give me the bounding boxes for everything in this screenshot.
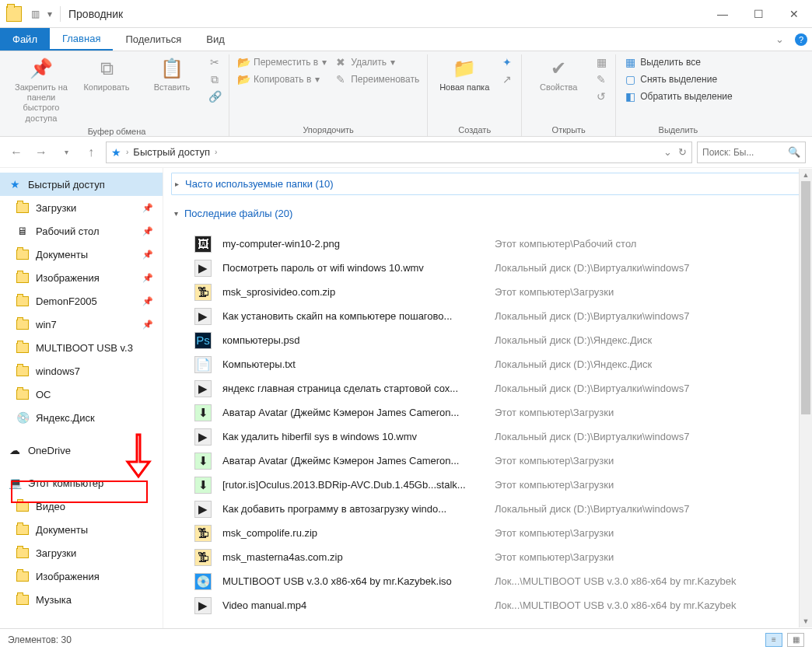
ribbon-collapse[interactable]: ⌄ (768, 28, 790, 51)
file-row[interactable]: ⬇[rutor.is]Oculus.2013.BDRip-AVC.Dub.1.4… (171, 473, 804, 497)
history-icon: ↺ (595, 90, 607, 103)
file-type-icon: 🗜 (194, 549, 212, 566)
file-row[interactable]: Psкомпьютеры.psdЛокальный диск (D:)\Янде… (171, 328, 804, 352)
file-row[interactable]: 📄Компьютеры.txtЛокальный диск (D:)\Яндек… (171, 352, 804, 376)
group-frequent-folders[interactable]: ▸ Часто используемые папки (10) (171, 173, 804, 195)
tab-share[interactable]: Поделиться (113, 28, 194, 51)
sidebar-item-ос[interactable]: ОС (0, 383, 163, 406)
view-details-button[interactable]: ≡ (765, 633, 782, 647)
edit-icon: ✎ (595, 73, 607, 86)
file-row[interactable]: ▶Как удалить hiberfil sys в windows 10.w… (171, 425, 804, 449)
minimize-button[interactable]: — (705, 0, 740, 28)
forward-button[interactable]: → (31, 142, 51, 162)
file-type-icon: ▶ (194, 380, 212, 397)
sidebar-item-windows7[interactable]: windows7 (0, 359, 163, 383)
file-row[interactable]: 🗜msk_masterna4as.com.zipЭтот компьютер\З… (171, 545, 804, 569)
easy-access-icon: ↗ (501, 73, 513, 86)
file-row[interactable]: ▶Video manual.mp4Лок...\MULTIBOOT USB v.… (171, 593, 804, 617)
scroll-up-icon[interactable]: ▲ (800, 169, 812, 181)
group-new-label: Создать (436, 122, 513, 135)
search-input[interactable] (702, 147, 785, 158)
scrollbar[interactable]: ▲ ▼ (799, 169, 812, 627)
select-none-button[interactable]: ▢Снять выделение (624, 73, 733, 86)
sidebar-item-документы[interactable]: Документы📌 (0, 243, 163, 266)
maximize-button[interactable]: ☐ (740, 0, 776, 28)
recent-locations-button[interactable]: ▾ (56, 142, 76, 162)
copy-path-icon: ⧉ (208, 73, 221, 86)
sidebar-item-быстрый-доступ[interactable]: ★Быстрый доступ (0, 173, 163, 196)
refresh-button[interactable]: ↻ (678, 146, 687, 158)
sidebar-item-label: Яндекс.Диск (36, 412, 95, 424)
copy-path-button[interactable]: ⧉ (208, 73, 221, 86)
file-row[interactable]: 💿MULTIBOOT USB v.3.0 x86-x64 by mr.Kazyb… (171, 569, 804, 593)
tab-home[interactable]: Главная (50, 28, 113, 51)
properties-button[interactable]: ✔Свойства (530, 56, 587, 93)
group-frequent-label: Часто используемые папки (10) (185, 178, 334, 190)
sidebar-item-загрузки[interactable]: Загрузки📌 (0, 196, 163, 219)
invert-selection-button[interactable]: ◧Обратить выделение (624, 90, 733, 103)
file-type-icon: ▶ (194, 260, 212, 277)
tab-view[interactable]: Вид (194, 28, 237, 51)
address-dropdown-icon[interactable]: ⌄ (663, 146, 672, 158)
close-button[interactable]: ✕ (776, 0, 812, 28)
sidebar-item-загрузки[interactable]: Загрузки (0, 541, 163, 564)
group-recent-files[interactable]: ▾ Последние файлы (20) (171, 203, 804, 224)
view-icons-button[interactable]: ▦ (787, 633, 804, 647)
quick-access-icon: ★ (111, 146, 121, 159)
file-row[interactable]: 🖼my-computer-win10-2.pngЭтот компьютер\Р… (171, 232, 804, 256)
file-name: Как добавить программу в автозагрузку wi… (222, 503, 495, 515)
sidebar-item-музыка[interactable]: Музыка (0, 588, 163, 611)
cut-button[interactable]: ✂ (208, 56, 221, 68)
file-row[interactable]: 🗜msk_sprosivideo.com.zipЭтот компьютер\З… (171, 280, 804, 304)
pin-icon: 📌 (142, 320, 153, 330)
help-button[interactable]: ? (790, 28, 812, 51)
file-row[interactable]: ▶яндекс главная страница сделать стартов… (171, 376, 804, 400)
up-button[interactable]: ↑ (81, 142, 101, 162)
file-menu[interactable]: Файл (0, 28, 50, 51)
delete-button[interactable]: ✖Удалить ▾ (334, 56, 419, 68)
pin-to-quick-access-button[interactable]: 📌Закрепить на панели быстрого доступа (12, 56, 70, 124)
copy-button[interactable]: ⧉Копировать (78, 56, 135, 93)
file-type-icon: Ps (194, 332, 212, 349)
file-row[interactable]: ▶Как установить скайп на компьютере поша… (171, 304, 804, 328)
file-row[interactable]: 🗜msk_compolife.ru.zipЭтот компьютер\Загр… (171, 521, 804, 545)
sidebar-item-яндекс-диск[interactable]: 💿Яндекс.Диск (0, 406, 163, 429)
sidebar-item-label: Загрузки (36, 547, 76, 559)
pin-icon: 📌 (142, 273, 153, 283)
file-row[interactable]: ⬇Аватар Avatar (Джеймс Кэмерон James Cam… (171, 400, 804, 425)
sidebar-item-demonf2005[interactable]: DemonF2005📌 (0, 289, 163, 313)
file-row[interactable]: ⬇Аватар Avatar (Джеймс Кэмерон James Cam… (171, 449, 804, 473)
copy-to-button[interactable]: 📂Копировать в ▾ (237, 73, 327, 86)
sidebar-item-документы[interactable]: Документы (0, 518, 163, 541)
file-row[interactable]: ▶Посмотреть пароль от wifi windows 10.wm… (171, 256, 804, 280)
new-folder-button[interactable]: 📁Новая папка (436, 56, 493, 93)
qat-properties-icon[interactable]: ▥ (31, 9, 40, 19)
sidebar-item-видео[interactable]: Видео (0, 494, 163, 518)
easy-access-button[interactable]: ↗ (501, 73, 513, 86)
file-row[interactable]: ▶Как добавить программу в автозагрузку w… (171, 497, 804, 521)
sidebar-item-multiboot-usb-v-3[interactable]: MULTIBOOT USB v.3 (0, 336, 163, 359)
folder-icon (16, 341, 30, 355)
move-to-button[interactable]: 📂Переместить в ▾ (237, 56, 327, 68)
select-all-button[interactable]: ▦Выделить все (624, 56, 733, 68)
sidebar-item-рабочий-стол[interactable]: 🖥Рабочий стол📌 (0, 219, 163, 243)
scrollbar-thumb[interactable] (801, 181, 810, 414)
address-box[interactable]: ★ › Быстрый доступ › ⌄ ↻ (106, 142, 692, 163)
sidebar-item-изображения[interactable]: Изображения (0, 564, 163, 588)
scroll-down-icon[interactable]: ▼ (800, 615, 812, 627)
open-button[interactable]: ▦ (595, 56, 607, 68)
qat-new-folder-icon[interactable]: ▾ (47, 9, 52, 19)
paste-button[interactable]: 📋Вставить (143, 56, 201, 93)
rename-button[interactable]: ✎Переименовать (334, 73, 419, 86)
back-button[interactable]: ← (6, 142, 26, 162)
new-item-button[interactable]: ✦ (501, 56, 513, 68)
edit-button[interactable]: ✎ (595, 73, 607, 86)
search-box[interactable]: 🔍 (697, 142, 806, 163)
history-button[interactable]: ↺ (595, 90, 607, 103)
sidebar-item-label: Музыка (36, 594, 72, 606)
sidebar-item-win7[interactable]: win7📌 (0, 313, 163, 336)
breadcrumb-quick-access[interactable]: Быстрый доступ (133, 146, 210, 158)
star-icon: ★ (8, 177, 22, 191)
paste-shortcut-button[interactable]: 🔗 (208, 90, 221, 103)
sidebar-item-изображения[interactable]: Изображения📌 (0, 266, 163, 289)
